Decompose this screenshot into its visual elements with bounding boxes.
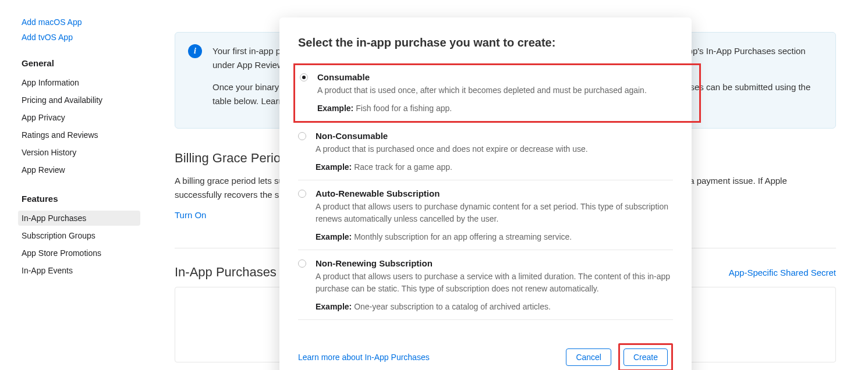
option-desc: A product that is used once, after which… [317, 84, 695, 97]
option-example: Example: One-year subscription to a cata… [316, 302, 673, 311]
option-desc: A product that allows users to purchase … [316, 271, 673, 295]
option-example: Example: Fish food for a fishing app. [317, 104, 695, 113]
modal-footer: Learn more about In-App Purchases Cancel… [298, 343, 673, 370]
option-non-renewing[interactable]: Non-Renewing Subscription A product that… [298, 250, 673, 320]
sidebar-section-features: Features [22, 194, 144, 204]
sidebar-section-general: General [22, 58, 144, 68]
cancel-button[interactable]: Cancel [566, 348, 611, 366]
add-macos-app-link[interactable]: Add macOS App [22, 17, 144, 27]
modal-title: Select the in-app purchase you want to c… [298, 36, 673, 49]
sidebar-item-app-review[interactable]: App Review [22, 162, 144, 177]
sidebar-item-app-information[interactable]: App Information [22, 75, 144, 90]
sidebar: Add macOS App Add tvOS App General App I… [22, 17, 144, 280]
sidebar-item-privacy[interactable]: App Privacy [22, 110, 144, 125]
iap-title: In-App Purchases (0) [175, 265, 296, 280]
info-icon: i [188, 44, 202, 58]
create-iap-modal: Select the in-app purchase you want to c… [279, 17, 692, 370]
turn-on-link[interactable]: Turn On [175, 210, 206, 220]
option-title: Non-Consumable [316, 131, 673, 141]
sidebar-item-subscription-groups[interactable]: Subscription Groups [22, 228, 144, 243]
option-example: Example: Monthly subscription for an app… [316, 232, 673, 241]
radio-consumable[interactable] [300, 73, 308, 81]
option-example: Example: Race track for a game app. [316, 162, 673, 172]
sidebar-item-events[interactable]: In-App Events [22, 263, 144, 278]
create-highlight: Create [618, 343, 673, 370]
option-non-consumable[interactable]: Non-Consumable A product that is purchas… [298, 123, 673, 180]
radio-non-consumable[interactable] [298, 132, 306, 140]
option-title: Consumable [317, 72, 695, 82]
sidebar-item-pricing[interactable]: Pricing and Availability [22, 92, 144, 108]
radio-non-renewing[interactable] [298, 259, 306, 268]
sidebar-item-iap[interactable]: In-App Purchases [18, 211, 140, 226]
option-desc: A product that allows users to purchase … [316, 201, 673, 225]
create-button[interactable]: Create [623, 348, 668, 366]
option-title: Auto-Renewable Subscription [316, 188, 673, 198]
sidebar-item-promotions[interactable]: App Store Promotions [22, 246, 144, 261]
radio-auto-renewable[interactable] [298, 190, 306, 198]
sidebar-item-version-history[interactable]: Version History [22, 145, 144, 160]
shared-secret-link[interactable]: App-Specific Shared Secret [729, 268, 836, 278]
add-tvos-app-link[interactable]: Add tvOS App [22, 33, 144, 42]
option-title: Non-Renewing Subscription [316, 258, 673, 268]
option-auto-renewable[interactable]: Auto-Renewable Subscription A product th… [298, 180, 673, 250]
learn-more-link[interactable]: Learn more about In-App Purchases [298, 353, 430, 362]
option-desc: A product that is purchased once and doe… [316, 143, 673, 155]
sidebar-item-ratings[interactable]: Ratings and Reviews [22, 127, 144, 143]
button-group: Cancel Create [566, 343, 673, 370]
option-consumable[interactable]: Consumable A product that is used once, … [293, 63, 701, 123]
